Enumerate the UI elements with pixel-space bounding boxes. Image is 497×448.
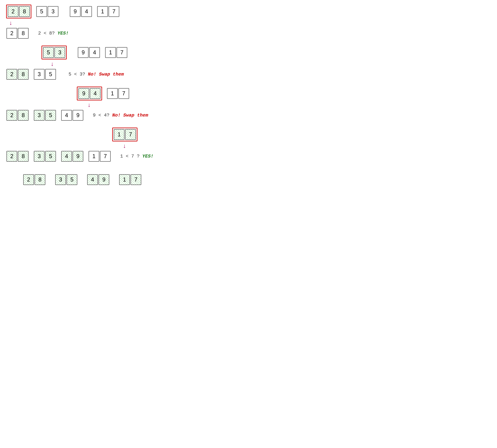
cell-8: 8 xyxy=(19,6,30,17)
cell-1: 1 xyxy=(97,6,108,17)
arrow-down-2: ↓ xyxy=(51,61,54,67)
final-pair4: 1 7 xyxy=(119,174,142,185)
step4-done-pair1: 2 8 xyxy=(6,151,29,162)
s3-5: 5 xyxy=(45,110,56,121)
pair-2-highlighted: 5 3 xyxy=(41,46,67,59)
arrow-down-3: ↓ xyxy=(88,102,90,108)
step4-answer: YES! xyxy=(142,154,154,159)
s4-5: 5 xyxy=(45,151,56,162)
s2-8: 8 xyxy=(18,69,29,80)
arrow-step3: ↓ xyxy=(85,102,163,108)
final-pair3: 4 9 xyxy=(87,174,110,185)
s4-4: 4 xyxy=(61,151,72,162)
s3-4: 4 xyxy=(61,110,72,121)
step1-left: 2 xyxy=(6,28,17,39)
f-7: 7 xyxy=(131,174,141,185)
f-9: 9 xyxy=(99,174,109,185)
arrow-step4: ↓ xyxy=(120,143,163,149)
cell-1c: 1 xyxy=(107,88,118,99)
step4-question: 1 < 7 ? xyxy=(120,154,142,159)
step3-label: 9 < 4? No! Swap them xyxy=(93,113,148,118)
pair-3b: 9 4 xyxy=(77,47,100,58)
step2-question: 5 < 3? xyxy=(69,72,88,77)
step1-row: 2 8 2 < 8? YES! xyxy=(6,28,163,39)
cell-2: 2 xyxy=(8,6,18,17)
step3-done-pair1: 2 8 xyxy=(6,110,29,121)
pair-3: 9 4 xyxy=(69,6,92,17)
s2-2: 2 xyxy=(6,69,17,80)
final-pair1: 2 8 xyxy=(23,174,46,185)
pair-3-highlighted: 9 4 xyxy=(77,87,102,100)
s4-1: 1 xyxy=(88,151,99,162)
cell-9b: 9 xyxy=(78,47,88,58)
cell-4: 4 xyxy=(81,6,92,17)
step2-row: 2 8 3 5 5 < 3? No! Swap them xyxy=(6,69,163,80)
arrow-step1: ↓ xyxy=(6,20,163,26)
s4-9: 9 xyxy=(72,151,83,162)
step3-question: 9 < 4? xyxy=(93,113,112,118)
step1-right: 8 xyxy=(18,28,29,39)
f-4: 4 xyxy=(87,174,98,185)
step2-swap: Swap them xyxy=(99,72,124,77)
s4-3: 3 xyxy=(34,151,45,162)
arrow-down-4: ↓ xyxy=(123,143,126,149)
f-5: 5 xyxy=(67,174,77,185)
s3-8: 8 xyxy=(18,110,29,121)
cell-1b: 1 xyxy=(105,47,116,58)
pair-4c: 1 7 xyxy=(107,88,129,99)
pair-4-highlighted: 1 7 xyxy=(112,128,137,141)
step1-pair: 2 8 xyxy=(6,28,29,39)
step4-label: 1 < 7 ? YES! xyxy=(120,154,154,159)
step1-question: 2 < 8? xyxy=(38,31,57,36)
s4-8: 8 xyxy=(18,151,29,162)
cell-7: 7 xyxy=(108,6,119,17)
cell-4b: 4 xyxy=(89,47,100,58)
step3-no: No! xyxy=(112,113,123,118)
f-2: 2 xyxy=(23,174,34,185)
step2-swap-pair: 3 5 xyxy=(34,69,56,80)
s2-3: 3 xyxy=(34,69,45,80)
pair-4: 1 7 xyxy=(97,6,120,17)
cell-3b: 3 xyxy=(54,47,65,58)
s2-5: 5 xyxy=(45,69,56,80)
s3-3: 3 xyxy=(34,110,45,121)
cell-7d: 7 xyxy=(125,129,136,140)
cell-4c: 4 xyxy=(90,88,101,99)
final-row: 2 8 3 5 4 9 1 7 xyxy=(6,174,163,185)
step3-row: 2 8 3 5 4 9 9 < 4? No! Swap them xyxy=(6,110,163,121)
row4-array: 1 7 xyxy=(6,128,163,141)
step2-done-pair1: 2 8 xyxy=(6,69,29,80)
step2-no: No! xyxy=(88,72,99,77)
row2-array: 5 3 9 4 1 7 xyxy=(6,46,163,59)
s3-9: 9 xyxy=(72,110,83,121)
cell-9c: 9 xyxy=(78,88,89,99)
s4-2: 2 xyxy=(6,151,17,162)
step1-label: 2 < 8? YES! xyxy=(38,31,69,36)
step1-answer: YES! xyxy=(57,31,69,36)
step4-done-pair2: 3 5 xyxy=(34,151,56,162)
step4-row: 2 8 3 5 4 9 1 7 1 < 7 ? YES! xyxy=(6,151,163,162)
cell-1d: 1 xyxy=(114,129,124,140)
initial-array: 2 8 5 3 9 4 1 7 xyxy=(6,5,163,18)
row3-array: 9 4 1 7 xyxy=(6,87,163,100)
arrow-down-1: ↓ xyxy=(9,20,12,26)
pair-4b: 1 7 xyxy=(105,47,128,58)
step3-swap-pair: 4 9 xyxy=(61,110,84,121)
cell-3: 3 xyxy=(48,6,58,17)
step4-done-pair3: 4 9 xyxy=(61,151,84,162)
s3-2: 2 xyxy=(6,110,17,121)
step4-final-pair: 1 7 xyxy=(88,151,111,162)
f-8: 8 xyxy=(34,174,45,185)
pair-1-highlighted: 2 8 xyxy=(6,5,31,18)
f-3: 3 xyxy=(55,174,66,185)
step2-label: 5 < 3? No! Swap them xyxy=(69,72,124,77)
cell-5: 5 xyxy=(36,6,47,17)
cell-7b: 7 xyxy=(117,47,127,58)
arrow-step2: ↓ xyxy=(48,61,163,67)
f-1: 1 xyxy=(119,174,130,185)
s4-7: 7 xyxy=(100,151,111,162)
pair-2: 5 3 xyxy=(36,6,59,17)
final-pair2: 3 5 xyxy=(55,174,78,185)
cell-5b: 5 xyxy=(43,47,54,58)
cell-9: 9 xyxy=(70,6,81,17)
